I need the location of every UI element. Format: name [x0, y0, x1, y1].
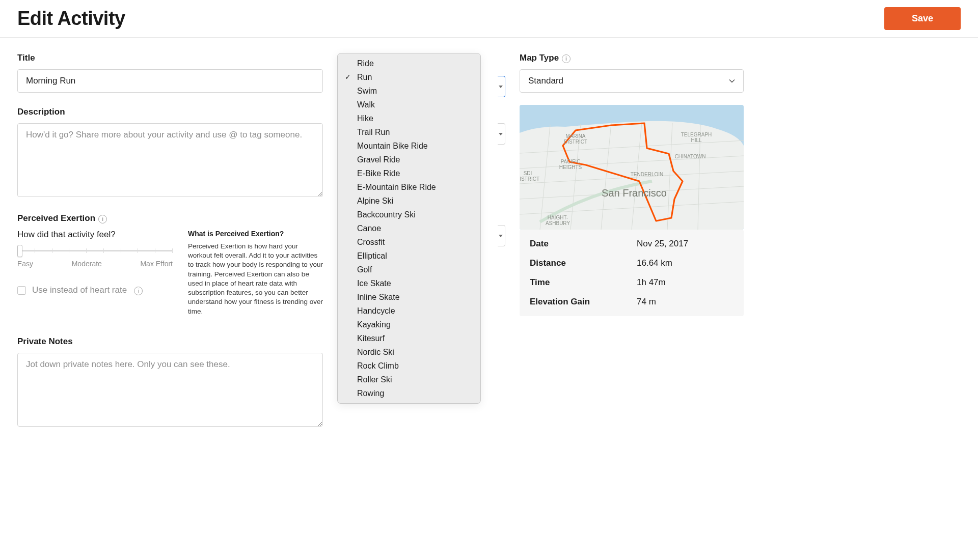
perceived-exertion-label: Perceived Exertion	[17, 213, 95, 223]
stat-elev-val: 74 m	[637, 297, 734, 307]
sport-select-behind[interactable]	[498, 76, 505, 97]
map-type-select[interactable]: Standard	[520, 69, 744, 93]
map-type-value: Standard	[528, 76, 563, 86]
sport-option[interactable]: Walk	[338, 98, 480, 111]
sport-option[interactable]: Gravel Ride	[338, 153, 480, 166]
sport-option[interactable]: Elliptical	[338, 249, 480, 263]
map-area-haight: HAIGHT-ASHBURY	[546, 215, 570, 226]
stat-date-key: Date	[530, 239, 637, 249]
pe-help-body: Perceived Exertion is how hard your work…	[188, 242, 323, 316]
sport-option[interactable]: Ice Skate	[338, 276, 480, 290]
sport-option[interactable]: E-Mountain Bike Ride	[338, 180, 480, 194]
chevron-down-icon	[729, 78, 735, 84]
sport-option[interactable]: Crossfit	[338, 235, 480, 249]
info-icon[interactable]: i	[562, 54, 570, 63]
info-icon[interactable]: i	[134, 287, 143, 295]
private-notes-input[interactable]	[17, 353, 323, 427]
save-button[interactable]: Save	[884, 7, 961, 30]
sport-option[interactable]: Mountain Bike Ride	[338, 139, 480, 153]
stat-dist-val: 16.64 km	[637, 258, 734, 268]
description-input[interactable]	[17, 123, 323, 197]
pe-question: How did that activity feel?	[17, 230, 173, 240]
stat-elev-key: Elevation Gain	[530, 297, 637, 307]
sport-option[interactable]: E-Bike Ride	[338, 166, 480, 180]
sport-option[interactable]: Golf	[338, 263, 480, 276]
heart-rate-checkbox[interactable]	[17, 286, 26, 295]
header-divider	[0, 37, 978, 38]
pe-help-title: What is Perceived Exertion?	[188, 230, 323, 238]
private-notes-label: Private Notes	[17, 337, 323, 347]
page-title: Edit Activity	[17, 8, 125, 30]
heart-rate-checkbox-label: Use instead of heart rate	[32, 285, 127, 295]
title-input[interactable]	[17, 69, 323, 93]
hidden-select-2[interactable]	[498, 225, 505, 246]
map-type-label: Map Type	[520, 53, 559, 63]
map-area-chinatown: CHINATOWN	[675, 154, 706, 159]
slider-thumb[interactable]	[17, 245, 22, 257]
sport-option[interactable]: Canoe	[338, 221, 480, 235]
sport-option[interactable]: Backcountry Ski	[338, 208, 480, 221]
sport-option[interactable]: Inline Skate	[338, 290, 480, 304]
info-icon[interactable]: i	[98, 215, 107, 223]
stats-card: Date Nov 25, 2017 Distance 16.64 km Time…	[520, 230, 744, 316]
sport-option[interactable]: Kayaking	[338, 318, 480, 331]
stat-time-key: Time	[530, 277, 637, 288]
sport-option[interactable]: Hike	[338, 111, 480, 125]
map-center-label: San Francisco	[602, 187, 667, 199]
map-preview: MARINADISTRICT TELEGRAPHHILL PACIFICHEIG…	[520, 105, 744, 230]
stat-date-val: Nov 25, 2017	[637, 239, 734, 249]
map-area-tenderloin: TENDERLOIN	[631, 172, 663, 177]
map-area-pacific: PACIFICHEIGHTS	[559, 159, 582, 170]
slider-label-moderate: Moderate	[72, 260, 102, 268]
stat-dist-key: Distance	[530, 258, 637, 268]
hidden-select-1[interactable]	[498, 123, 505, 145]
sport-option[interactable]: Ride	[338, 57, 480, 70]
sport-option[interactable]: Kitesurf	[338, 331, 480, 345]
title-label: Title	[17, 53, 323, 63]
exertion-slider[interactable]	[17, 250, 173, 251]
sport-option[interactable]: Swim	[338, 84, 480, 98]
map-area-marina: MARINADISTRICT	[564, 133, 587, 145]
sport-option[interactable]: Nordic Ski	[338, 345, 480, 359]
sport-option[interactable]: Rowing	[338, 386, 480, 400]
sport-dropdown[interactable]: RideRunSwimWalkHikeTrail RunMountain Bik…	[337, 53, 481, 404]
sport-option[interactable]: Rock Climb	[338, 359, 480, 373]
slider-label-easy: Easy	[17, 260, 33, 268]
sport-option[interactable]: Handcycle	[338, 304, 480, 318]
sport-option[interactable]: Roller Ski	[338, 373, 480, 386]
stat-time-val: 1h 47m	[637, 277, 734, 288]
slider-label-max: Max Effort	[140, 260, 173, 268]
sport-option[interactable]: Alpine Ski	[338, 194, 480, 208]
description-label: Description	[17, 107, 323, 117]
sport-option[interactable]: Trail Run	[338, 125, 480, 139]
sport-option[interactable]: Run	[338, 70, 480, 84]
